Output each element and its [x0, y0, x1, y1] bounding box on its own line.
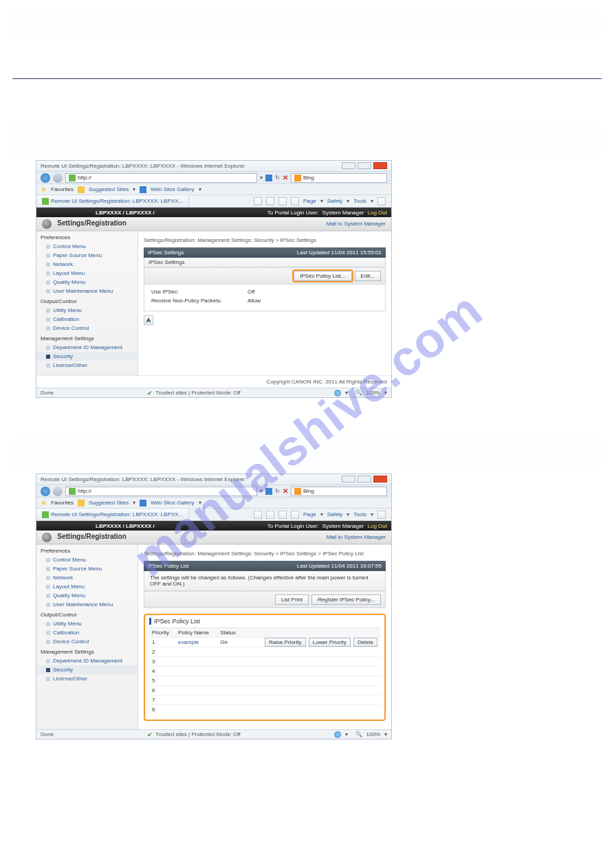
- sidebar-item-device-control[interactable]: Device Control: [36, 324, 138, 333]
- web-slice[interactable]: Web Slice Gallery: [151, 186, 194, 192]
- minimize-button[interactable]: [342, 162, 355, 169]
- sidebar-item-dept-id[interactable]: Department ID Management: [36, 343, 138, 352]
- sidebar-item-calibration[interactable]: Calibration: [36, 628, 138, 637]
- stop-icon[interactable]: ✕: [283, 175, 288, 181]
- maximize-button[interactable]: [358, 476, 371, 482]
- ipsec-policy-list-button[interactable]: IPSec Policy List...: [294, 271, 351, 281]
- url-field[interactable]: http://: [65, 173, 257, 183]
- close-button[interactable]: [373, 162, 387, 169]
- refresh-icon[interactable]: [265, 488, 272, 495]
- page-menu[interactable]: Page: [303, 511, 316, 518]
- print-icon[interactable]: [291, 511, 299, 519]
- minimize-button[interactable]: [342, 476, 355, 482]
- sidebar-item-security[interactable]: Security: [36, 352, 138, 361]
- sidebar-item-device-control[interactable]: Device Control: [36, 637, 138, 646]
- search-field[interactable]: Bing: [291, 173, 387, 183]
- dropdown-icon[interactable]: ▾: [133, 500, 135, 506]
- search-field[interactable]: Bing: [291, 487, 387, 496]
- help-icon[interactable]: [377, 197, 386, 205]
- sidebar-item-quality[interactable]: Quality Menu: [36, 278, 138, 287]
- mail-link[interactable]: Mail to System Manager: [327, 221, 386, 227]
- sidebar-item-network[interactable]: Network: [36, 573, 138, 582]
- sidebar-item-control-menu[interactable]: Control Menu: [36, 242, 138, 251]
- home-icon[interactable]: [254, 511, 262, 519]
- window-buttons[interactable]: [341, 476, 387, 484]
- sidebar-item-utility[interactable]: Utility Menu: [36, 306, 138, 315]
- sidebar-item-layout[interactable]: Layout Menu: [36, 269, 138, 278]
- sidebar-item-paper-source[interactable]: Paper Source Menu: [36, 251, 138, 260]
- safety-menu[interactable]: Safety: [327, 198, 343, 204]
- delete-button[interactable]: Delete: [353, 638, 377, 647]
- to-portal-link[interactable]: To Portal: [267, 210, 289, 216]
- stop-icon[interactable]: ✕: [283, 488, 288, 495]
- browser-tab[interactable]: Remote UI Settings/Registration: LBPXXXX…: [36, 195, 189, 207]
- sidebar-item-paper-source[interactable]: Paper Source Menu: [36, 564, 138, 573]
- zoom-level[interactable]: 100%: [366, 390, 380, 396]
- sidebar-item-quality[interactable]: Quality Menu: [36, 591, 138, 600]
- back-button[interactable]: [41, 173, 50, 183]
- sidebar-item-license[interactable]: License/Other: [36, 674, 138, 683]
- mail-link[interactable]: Mail to System Manager: [327, 534, 386, 540]
- mail-icon[interactable]: [278, 511, 287, 519]
- dropdown-icon[interactable]: ▾: [133, 186, 135, 192]
- to-portal-link[interactable]: To Portal: [267, 523, 289, 529]
- dropdown-icon[interactable]: ▾: [320, 198, 323, 204]
- print-icon[interactable]: [291, 197, 299, 205]
- mail-icon[interactable]: [278, 197, 287, 205]
- favorites-star-icon[interactable]: ★: [41, 499, 47, 507]
- url-dropdown-icon[interactable]: ▾: [260, 488, 263, 494]
- help-icon[interactable]: [377, 511, 386, 519]
- sidebar-item-utility[interactable]: Utility Menu: [36, 619, 138, 628]
- dropdown-icon[interactable]: ▾: [347, 198, 349, 204]
- compat-icon[interactable]: ↻: [275, 488, 280, 494]
- logout-link[interactable]: Log Out: [368, 210, 387, 216]
- sidebar-item-calibration[interactable]: Calibration: [36, 315, 138, 324]
- home-icon[interactable]: [254, 197, 262, 205]
- list-print-button[interactable]: List Print: [275, 594, 309, 605]
- compat-icon[interactable]: ↻: [275, 175, 280, 181]
- dropdown-icon[interactable]: ▾: [371, 198, 373, 204]
- dropdown-icon[interactable]: ▾: [371, 511, 373, 518]
- logout-link[interactable]: Log Out: [368, 523, 387, 529]
- edit-button[interactable]: Edit...: [355, 271, 381, 281]
- dropdown-icon[interactable]: ▾: [199, 186, 201, 192]
- register-policy-button[interactable]: Register IPSec Policy...: [311, 594, 381, 605]
- sidebar-item-user-maint[interactable]: User Maintenance Menu: [36, 600, 138, 609]
- sidebar-item-security[interactable]: Security: [36, 665, 138, 674]
- url-dropdown-icon[interactable]: ▾: [260, 175, 263, 181]
- refresh-icon[interactable]: [265, 175, 272, 181]
- sidebar-item-control-menu[interactable]: Control Menu: [36, 555, 138, 564]
- policy-link[interactable]: example: [178, 639, 199, 645]
- feeds-icon[interactable]: [266, 511, 274, 519]
- dropdown-icon[interactable]: ▾: [199, 500, 201, 506]
- dropdown-icon[interactable]: ▾: [347, 511, 349, 518]
- sidebar-item-license[interactable]: License/Other: [36, 361, 138, 370]
- safety-menu[interactable]: Safety: [327, 511, 343, 518]
- page-menu[interactable]: Page: [303, 198, 316, 204]
- sidebar-item-network[interactable]: Network: [36, 260, 138, 269]
- suggested-sites[interactable]: Suggested Sites: [89, 500, 129, 506]
- sidebar-item-dept-id[interactable]: Department ID Management: [36, 656, 138, 665]
- sidebar-item-layout[interactable]: Layout Menu: [36, 582, 138, 591]
- web-slice[interactable]: Web Slice Gallery: [151, 500, 194, 506]
- window-buttons[interactable]: [341, 162, 387, 170]
- favorites-label[interactable]: Favorites: [51, 186, 74, 192]
- browser-tab[interactable]: Remote UI Settings/Registration: LBPXXXX…: [36, 509, 189, 520]
- lower-priority-button[interactable]: Lower Priority: [309, 638, 351, 647]
- favorites-star-icon[interactable]: ★: [41, 186, 47, 193]
- forward-button[interactable]: [53, 173, 63, 183]
- favorites-label[interactable]: Favorites: [51, 500, 74, 506]
- close-button[interactable]: [373, 476, 387, 482]
- feeds-icon[interactable]: [266, 197, 274, 205]
- sidebar-item-user-maint[interactable]: User Maintenance Menu: [36, 287, 138, 296]
- zoom-level[interactable]: 100%: [366, 731, 380, 737]
- maximize-button[interactable]: [358, 162, 371, 169]
- dropdown-icon[interactable]: ▾: [320, 511, 323, 518]
- url-field[interactable]: http://: [65, 487, 257, 496]
- suggested-sites[interactable]: Suggested Sites: [89, 186, 129, 192]
- tools-menu[interactable]: Tools: [353, 511, 366, 518]
- back-button[interactable]: [41, 487, 50, 496]
- forward-button[interactable]: [53, 487, 63, 496]
- raise-priority-button[interactable]: Raise Priority: [265, 638, 306, 647]
- tools-menu[interactable]: Tools: [353, 198, 366, 204]
